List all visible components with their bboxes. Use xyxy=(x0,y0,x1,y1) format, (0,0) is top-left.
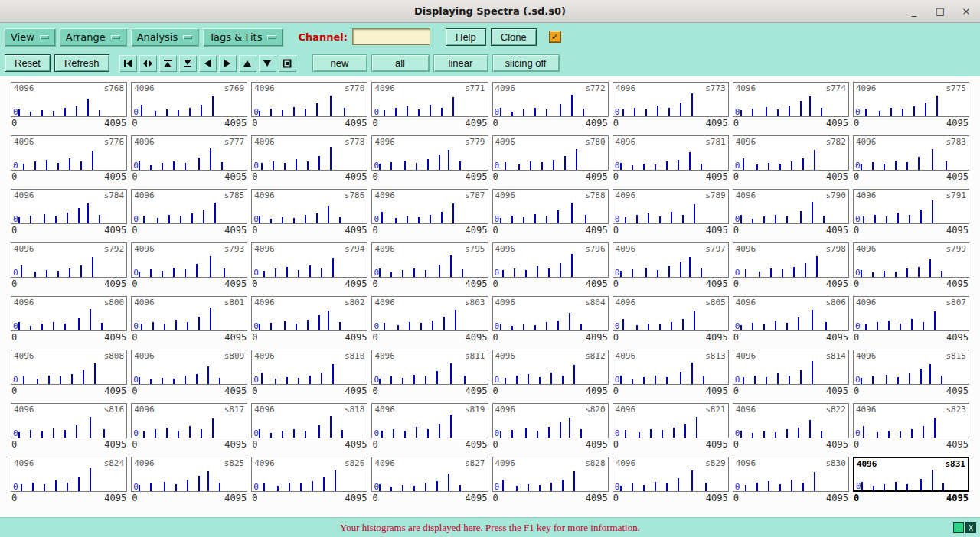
menu-view[interactable]: View xyxy=(5,28,55,46)
spectrum-tile[interactable]: 4096 s780 0 0 4095 xyxy=(492,135,609,189)
spectrum-tile[interactable]: 4096 s791 0 0 4095 xyxy=(853,189,969,242)
spectrum-tile[interactable]: 4096 s768 0 0 4095 xyxy=(11,82,127,135)
spectrum-id-label: s780 xyxy=(585,137,606,147)
spectrum-tile[interactable]: 4096 s804 0 0 4095 xyxy=(492,296,609,350)
spectrum-tile[interactable]: 4096 s778 0 0 4095 xyxy=(251,135,368,189)
x-min-label: 0 xyxy=(733,493,739,503)
spectrum-plot: 4096 s782 0 xyxy=(733,135,849,171)
spectrum-tile[interactable]: 4096 s794 0 0 4095 xyxy=(251,242,368,296)
expand-horizontal-icon[interactable] xyxy=(139,55,157,72)
spectrum-tile[interactable]: 4096 s828 0 0 4095 xyxy=(492,457,609,510)
minimize-icon[interactable]: _ xyxy=(908,5,920,17)
spectrum-tile[interactable]: 4096 s795 0 0 4095 xyxy=(371,242,488,296)
spectrum-tile[interactable]: 4096 s829 0 0 4095 xyxy=(612,457,729,510)
go-up-icon[interactable] xyxy=(239,55,256,72)
spectrum-tile[interactable]: 4096 s802 0 0 4095 xyxy=(251,296,368,350)
menu-analysis[interactable]: Analysis xyxy=(131,28,199,46)
spectrum-tile[interactable]: 4096 s820 0 0 4095 xyxy=(492,403,609,457)
spectrum-tile[interactable]: 4096 s801 0 0 4095 xyxy=(131,296,247,350)
spectrum-tile[interactable]: 4096 s774 0 0 4095 xyxy=(733,82,849,135)
spectrum-tile[interactable]: 4096 s793 0 0 4095 xyxy=(131,242,247,296)
spectrum-tile[interactable]: 4096 s827 0 0 4095 xyxy=(371,457,488,510)
clone-button[interactable]: Clone xyxy=(491,28,537,46)
slicing-button[interactable]: slicing off xyxy=(492,54,560,72)
maximize-icon[interactable]: □ xyxy=(934,5,946,17)
titlebar: Displaying Spectra (.sd.s0) _ □ × xyxy=(0,0,980,23)
spectrum-tile[interactable]: 4096 s783 0 0 4095 xyxy=(853,135,969,189)
spectrum-tile[interactable]: 4096 s789 0 0 4095 xyxy=(612,189,729,242)
spectrum-tile[interactable]: 4096 s806 0 0 4095 xyxy=(733,296,849,350)
spectrum-tile[interactable]: 4096 s787 0 0 4095 xyxy=(371,189,488,242)
spectrum-tile[interactable]: 4096 s800 0 0 4095 xyxy=(11,296,127,350)
fullscreen-icon[interactable] xyxy=(279,55,296,72)
spectrum-tile[interactable]: 4096 s814 0 0 4095 xyxy=(733,350,849,403)
go-down-icon[interactable] xyxy=(259,55,276,72)
spectrum-tile[interactable]: 4096 s790 0 0 4095 xyxy=(733,189,849,242)
spectrum-tile[interactable]: 4096 s831 0 0 4095 xyxy=(853,457,969,510)
refresh-button[interactable]: Refresh xyxy=(54,54,109,72)
spectrum-tile[interactable]: 4096 s826 0 0 4095 xyxy=(251,457,368,510)
go-right-icon[interactable] xyxy=(219,55,237,72)
spectrum-tile[interactable]: 4096 s782 0 0 4095 xyxy=(733,135,849,189)
spectrum-tile[interactable]: 4096 s805 0 0 4095 xyxy=(612,296,729,350)
status-close-icon[interactable]: X xyxy=(965,522,976,533)
spectrum-tile[interactable]: 4096 s797 0 0 4095 xyxy=(612,242,729,296)
spectrum-tile[interactable]: 4096 s824 0 0 4095 xyxy=(11,457,127,510)
menu-arrange[interactable]: Arrange xyxy=(60,28,126,46)
go-first-icon[interactable] xyxy=(119,55,137,72)
x-min-label: 0 xyxy=(252,118,257,129)
x-axis-labels: 0 4095 xyxy=(11,278,127,289)
all-button[interactable]: all xyxy=(371,54,430,72)
spectrum-tile[interactable]: 4096 s798 0 0 4095 xyxy=(733,242,849,296)
reset-button[interactable]: Reset xyxy=(5,54,51,72)
spectrum-tile[interactable]: 4096 s775 0 0 4095 xyxy=(853,82,969,135)
go-left-icon[interactable] xyxy=(199,55,217,72)
spectrum-tile[interactable]: 4096 s807 0 0 4095 xyxy=(853,296,969,350)
spectrum-tile[interactable]: 4096 s773 0 0 4095 xyxy=(612,82,729,135)
spectrum-tile[interactable]: 4096 s772 0 0 4095 xyxy=(492,82,609,135)
close-icon[interactable]: × xyxy=(960,5,972,17)
spectrum-tile[interactable]: 4096 s811 0 0 4095 xyxy=(371,350,488,403)
spectrum-tile[interactable]: 4096 s830 0 0 4095 xyxy=(733,457,849,510)
y-zero-label: 0 xyxy=(374,107,379,117)
spectrum-tile[interactable]: 4096 s816 0 0 4095 xyxy=(11,403,127,457)
spectrum-tile[interactable]: 4096 s796 0 0 4095 xyxy=(492,242,609,296)
spectrum-tile[interactable]: 4096 s786 0 0 4095 xyxy=(251,189,368,242)
menu-tags-fits[interactable]: Tags & Fits xyxy=(203,28,283,46)
spectrum-tile[interactable]: 4096 s818 0 0 4095 xyxy=(251,403,368,457)
spectrum-tile[interactable]: 4096 s823 0 0 4095 xyxy=(853,403,969,457)
x-min-label: 0 xyxy=(132,278,137,289)
new-button[interactable]: new xyxy=(312,54,368,72)
spectrum-tile[interactable]: 4096 s808 0 0 4095 xyxy=(11,350,127,403)
spectrum-tile[interactable]: 4096 s819 0 0 4095 xyxy=(371,403,488,457)
spectrum-tile[interactable]: 4096 s815 0 0 4095 xyxy=(853,350,969,403)
spectrum-tile[interactable]: 4096 s771 0 0 4095 xyxy=(371,82,488,135)
help-button[interactable]: Help xyxy=(446,28,486,46)
spectrum-tile[interactable]: 4096 s817 0 0 4095 xyxy=(131,403,247,457)
spectrum-tile[interactable]: 4096 s788 0 0 4095 xyxy=(492,189,609,242)
spectrum-tile[interactable]: 4096 s792 0 0 4095 xyxy=(11,242,127,296)
go-bottom-icon[interactable] xyxy=(179,55,197,72)
spectrum-tile[interactable]: 4096 s770 0 0 4095 xyxy=(251,82,368,135)
channel-input[interactable] xyxy=(352,28,430,45)
status-minimize-icon[interactable]: - xyxy=(953,522,964,533)
spectrum-tile[interactable]: 4096 s776 0 0 4095 xyxy=(11,135,127,189)
spectrum-tile[interactable]: 4096 s809 0 0 4095 xyxy=(131,350,247,403)
spectrum-tile[interactable]: 4096 s813 0 0 4095 xyxy=(612,350,729,403)
spectrum-tile[interactable]: 4096 s825 0 0 4095 xyxy=(131,457,247,510)
spectrum-tile[interactable]: 4096 s822 0 0 4095 xyxy=(733,403,849,457)
spectrum-tile[interactable]: 4096 s785 0 0 4095 xyxy=(131,189,247,242)
spectrum-tile[interactable]: 4096 s779 0 0 4095 xyxy=(371,135,488,189)
linear-button[interactable]: linear xyxy=(433,54,488,72)
spectrum-tile[interactable]: 4096 s777 0 0 4095 xyxy=(131,135,247,189)
spectrum-tile[interactable]: 4096 s810 0 0 4095 xyxy=(251,350,368,403)
spectrum-tile[interactable]: 4096 s803 0 0 4095 xyxy=(371,296,488,350)
spectrum-tile[interactable]: 4096 s781 0 0 4095 xyxy=(612,135,729,189)
display-checkbox[interactable]: ✓ xyxy=(549,31,561,43)
go-top-icon[interactable] xyxy=(159,55,177,72)
spectrum-tile[interactable]: 4096 s799 0 0 4095 xyxy=(853,242,969,296)
spectrum-tile[interactable]: 4096 s821 0 0 4095 xyxy=(612,403,729,457)
spectrum-tile[interactable]: 4096 s769 0 0 4095 xyxy=(131,82,247,135)
spectrum-tile[interactable]: 4096 s784 0 0 4095 xyxy=(11,189,127,242)
spectrum-tile[interactable]: 4096 s812 0 0 4095 xyxy=(492,350,609,403)
